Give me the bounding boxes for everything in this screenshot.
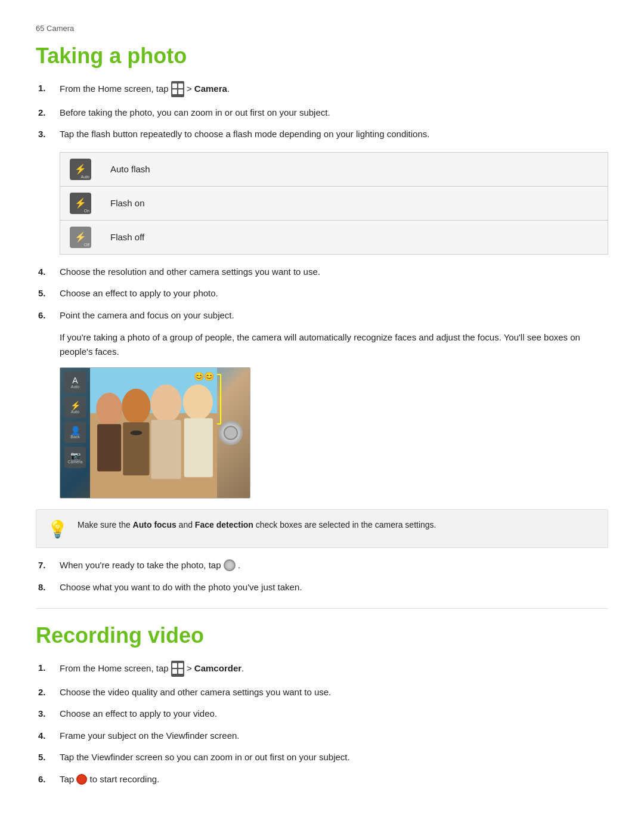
svg-rect-7 xyxy=(184,418,213,477)
page-number: 65 Camera xyxy=(36,24,608,33)
shutter-inner xyxy=(224,426,238,440)
svg-rect-5 xyxy=(151,420,181,479)
grid-icon xyxy=(172,83,183,94)
step-4-num: 4. xyxy=(36,265,60,279)
record-icon xyxy=(76,774,87,785)
step-2: 2. Before taking the photo, you can zoom… xyxy=(36,106,608,120)
rec-step-2: 2. Choose the video quality and other ca… xyxy=(36,686,608,699)
flash-icon-off-cell: ⚡Off xyxy=(60,220,101,254)
steps-list-3: 7. When you're ready to take the photo, … xyxy=(36,559,608,594)
svg-point-4 xyxy=(150,385,181,422)
rec-step-6-content: Tap to start recording. xyxy=(60,773,608,786)
step-2-num: 2. xyxy=(36,106,60,120)
rec-step-3-content: Choose an effect to apply to your video. xyxy=(60,707,608,721)
step-1: 1. From the Home screen, tap > Camera. xyxy=(36,82,608,98)
shutter-icon xyxy=(224,559,236,571)
flash-icon-on-cell: ⚡On xyxy=(60,186,101,220)
rec-step-1-content: From the Home screen, tap > Camcorder. xyxy=(60,661,608,677)
rec-step-2-content: Choose the video quality and other camer… xyxy=(60,686,608,699)
step-6-num: 6. xyxy=(36,309,60,323)
flash-on-icon: ⚡On xyxy=(70,193,91,214)
rec-step-3-num: 3. xyxy=(36,707,60,721)
flash-icon-auto-cell: ⚡Auto xyxy=(60,152,101,186)
tip-text: Make sure the Auto focus and Face detect… xyxy=(78,518,436,531)
people-svg xyxy=(91,368,217,498)
rec-step-5-content: Tap the Viewfinder screen so you can zoo… xyxy=(60,751,608,764)
step-6: 6. Point the camera and focus on your su… xyxy=(36,309,608,323)
camera-btn-camera: 📷 Camera xyxy=(64,447,86,468)
step-2-content: Before taking the photo, you can zoom in… xyxy=(60,106,608,120)
step-3-content: Tap the flash button repeatedly to choos… xyxy=(60,128,608,141)
step-8: 8. Choose what you want to do with the p… xyxy=(36,581,608,594)
flash-on-label: Flash on xyxy=(101,186,608,220)
camera-sidebar: A Auto ⚡ Auto 👤 Back 📷 Camera xyxy=(60,368,90,498)
a-icon: A xyxy=(72,376,78,385)
step-3-num: 3. xyxy=(36,128,60,141)
faces-description: If you're taking a photo of a group of p… xyxy=(60,330,608,359)
svg-point-6 xyxy=(183,385,213,420)
faces-icon: 😊😊 xyxy=(194,371,214,381)
rec-step-5-num: 5. xyxy=(36,751,60,764)
steps-list-1: 1. From the Home screen, tap > Camera. 2… xyxy=(36,82,608,141)
step-5-content: Choose an effect to apply to your photo. xyxy=(60,287,608,301)
step-1-num: 1. xyxy=(36,82,60,98)
steps-list-2: 4. Choose the resolution and other camer… xyxy=(36,265,608,323)
flash-auto-icon: ⚡Auto xyxy=(70,159,91,180)
flash-row-auto: ⚡Auto Auto flash xyxy=(60,152,608,186)
steps-list-4: 1. From the Home screen, tap > Camcorder… xyxy=(36,661,608,786)
svg-rect-1 xyxy=(97,424,121,471)
rec-step-2-num: 2. xyxy=(36,686,60,699)
lightbulb-icon: 💡 xyxy=(47,519,68,539)
rec-step-5: 5. Tap the Viewfinder screen so you can … xyxy=(36,751,608,764)
people-icon: 👤 xyxy=(70,426,80,435)
rec-step-1: 1. From the Home screen, tap > Camcorder… xyxy=(36,661,608,677)
rec-step-3: 3. Choose an effect to apply to your vid… xyxy=(36,707,608,721)
svg-point-8 xyxy=(130,431,142,435)
flash-off-label: Flash off xyxy=(101,220,608,254)
step-4-content: Choose the resolution and other camera s… xyxy=(60,265,608,279)
flash-icon-small: ⚡ xyxy=(70,401,80,410)
rec-step-4-num: 4. xyxy=(36,729,60,743)
svg-point-0 xyxy=(96,393,122,426)
camera-btn-a: A Auto xyxy=(64,371,86,393)
tip-box: 💡 Make sure the Auto focus and Face dete… xyxy=(36,509,608,548)
apps-icon-2 xyxy=(171,661,184,677)
camera-btn-flash: ⚡ Auto xyxy=(64,397,86,418)
flash-off-icon: ⚡Off xyxy=(70,227,91,248)
step-7: 7. When you're ready to take the photo, … xyxy=(36,559,608,572)
rec-step-1-num: 1. xyxy=(36,661,60,677)
step-7-num: 7. xyxy=(36,559,60,572)
flash-row-on: ⚡On Flash on xyxy=(60,186,608,220)
section-divider xyxy=(36,608,608,609)
rec-step-4: 4. Frame your subject on the Viewfinder … xyxy=(36,729,608,743)
step-1-content: From the Home screen, tap > Camera. xyxy=(60,82,608,98)
grid-icon-2 xyxy=(172,663,183,674)
step-8-content: Choose what you want to do with the phot… xyxy=(60,581,608,594)
section2-title: Recording video xyxy=(36,623,608,648)
auto-label: Auto xyxy=(71,385,79,389)
apps-icon-1 xyxy=(171,81,184,97)
section1-title: Taking a photo xyxy=(36,44,608,69)
svg-rect-3 xyxy=(123,422,149,475)
flash-table: ⚡Auto Auto flash ⚡On Flash on ⚡Off Flash… xyxy=(60,152,608,255)
step-8-num: 8. xyxy=(36,581,60,594)
step-5: 5. Choose an effect to apply to your pho… xyxy=(36,287,608,301)
rec-step-6-num: 6. xyxy=(36,773,60,786)
flash-auto-label: Auto flash xyxy=(101,152,608,186)
shutter-button[interactable] xyxy=(219,421,243,445)
step-7-content: When you're ready to take the photo, tap… xyxy=(60,559,608,572)
svg-point-2 xyxy=(122,389,150,424)
step-3: 3. Tap the flash button repeatedly to ch… xyxy=(36,128,608,141)
auto-label2: Auto xyxy=(71,410,79,414)
camera-screenshot: A Auto ⚡ Auto 👤 Back 📷 Camera xyxy=(60,367,250,498)
camera-btn-back: 👤 Back xyxy=(64,422,86,443)
step-5-num: 5. xyxy=(36,287,60,301)
camera-icon: 📷 xyxy=(70,451,80,460)
back-label: Back xyxy=(70,435,80,439)
camera-label: Camera xyxy=(68,460,83,464)
step-4: 4. Choose the resolution and other camer… xyxy=(36,265,608,279)
rec-step-6: 6. Tap to start recording. xyxy=(36,773,608,786)
rec-step-4-content: Frame your subject on the Viewfinder scr… xyxy=(60,729,608,743)
step-6-content: Point the camera and focus on your subje… xyxy=(60,309,608,323)
flash-row-off: ⚡Off Flash off xyxy=(60,220,608,254)
